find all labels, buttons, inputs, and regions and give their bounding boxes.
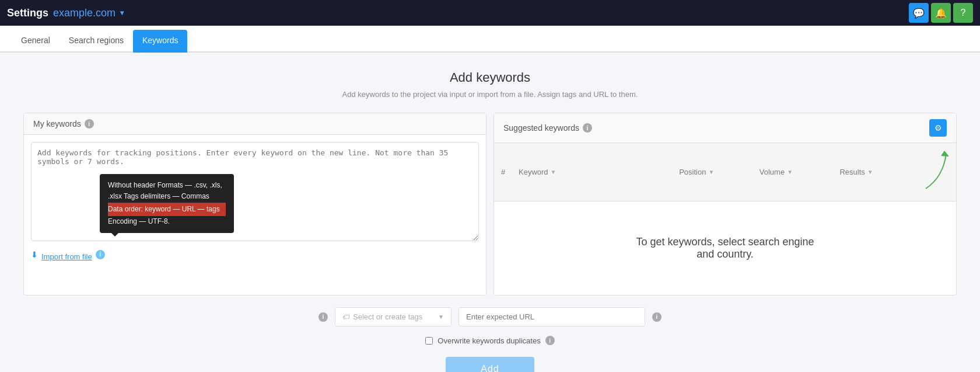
top-bar-icons: 💬 🔔 ? (909, 3, 973, 23)
tag-icon: 🏷 (342, 313, 349, 321)
col-results-label: Results ▼ (839, 168, 920, 176)
main-content: Add keywords Add keywords to the project… (0, 53, 980, 372)
my-keywords-header-left: My keywords i (33, 119, 94, 128)
overwrite-duplicates-checkbox[interactable] (425, 337, 433, 345)
bottom-controls: i 🏷 Select or create tags ▼ i (23, 307, 957, 326)
suggested-keywords-panel: Suggested keywords i ⚙ # Keyword ▼ Posit… (494, 113, 957, 295)
suggested-empty-message: To get keywords, select search engine an… (494, 201, 956, 295)
suggested-keywords-info-icon[interactable]: i (583, 123, 592, 133)
overwrite-duplicates-label: Overwrite keywords duplicates (438, 336, 540, 345)
tags-select-placeholder: Select or create tags (353, 312, 422, 321)
notifications-icon-button[interactable]: 🔔 (931, 3, 951, 23)
tab-keywords[interactable]: Keywords (133, 30, 187, 53)
my-keywords-info-icon[interactable]: i (85, 119, 94, 128)
import-tooltip: Without header Formats — .csv, .xls, .xl… (100, 174, 234, 233)
my-keywords-panel: My keywords i Without header Formats — .… (23, 113, 487, 295)
col-hash-label: # (501, 168, 519, 176)
col-keyword-label: Keyword ▼ (519, 168, 679, 176)
svg-marker-0 (941, 151, 949, 157)
domain-dropdown-arrow[interactable]: ▾ (120, 9, 124, 17)
my-keywords-title: My keywords (33, 119, 81, 128)
download-icon: ⬇ (31, 250, 38, 259)
domain-label[interactable]: example.com (53, 7, 116, 19)
help-icon-button[interactable]: ? (953, 3, 973, 23)
tooltip-line2: Data order: keyword — URL — tags (108, 203, 226, 216)
my-keywords-header: My keywords i (24, 113, 486, 135)
import-from-file-link[interactable]: Import from file (41, 252, 92, 261)
app-title: Settings example.com ▾ (7, 7, 124, 19)
suggested-keywords-title: Suggested keywords (503, 123, 579, 133)
tooltip-line1: Without header Formats — .csv, .xls, .xl… (108, 181, 222, 200)
col-position-label: Position ▼ (679, 168, 760, 176)
tags-dropdown-caret: ▼ (438, 314, 444, 320)
notifications-icon: 🔔 (935, 8, 947, 19)
nav-tabs-bar: General Search regions Keywords (0, 26, 980, 53)
results-sort-icon[interactable]: ▼ (867, 169, 873, 175)
keyword-sort-icon[interactable]: ▼ (551, 169, 556, 175)
help-icon: ? (961, 8, 966, 18)
tab-search-regions[interactable]: Search regions (60, 30, 133, 53)
top-bar: Settings example.com ▾ 💬 🔔 ? (0, 0, 980, 26)
volume-sort-icon[interactable]: ▼ (787, 169, 793, 175)
position-sort-icon[interactable]: ▼ (708, 169, 714, 175)
suggested-table-header: # Keyword ▼ Position ▼ Volume ▼ Results (494, 143, 956, 201)
import-info-icon[interactable]: i (96, 250, 105, 259)
page-title: Add keywords (23, 70, 957, 85)
suggested-keywords-header: Suggested keywords i ⚙ (494, 113, 956, 143)
curved-arrow-decoration (920, 148, 955, 194)
url-input[interactable] (459, 307, 645, 326)
my-keywords-body: Without header Formats — .csv, .xls, .xl… (24, 135, 486, 268)
bottom-info-icon-left[interactable]: i (318, 312, 328, 322)
col-volume-label: Volume ▼ (760, 168, 840, 176)
settings-label: Settings (7, 7, 48, 19)
suggested-panel-body: # Keyword ▼ Position ▼ Volume ▼ Results (494, 143, 956, 295)
chat-icon: 💬 (913, 8, 925, 19)
tags-select-dropdown[interactable]: 🏷 Select or create tags ▼ (335, 307, 452, 326)
add-button-row: Add (23, 357, 957, 372)
keywords-textarea[interactable] (31, 142, 479, 241)
bottom-info-icon-right[interactable]: i (652, 312, 662, 322)
tab-general[interactable]: General (12, 30, 60, 53)
overwrite-info-icon[interactable]: i (545, 336, 555, 345)
chat-icon-button[interactable]: 💬 (909, 3, 929, 23)
add-button[interactable]: Add (446, 357, 534, 372)
tooltip-line3: Encoding — UTF-8. (108, 217, 170, 225)
checkbox-row: Overwrite keywords duplicates i (23, 336, 957, 345)
settings-gear-button[interactable]: ⚙ (929, 119, 947, 137)
page-subtitle: Add keywords to the project via input or… (23, 90, 957, 99)
suggested-keywords-header-left: Suggested keywords i (503, 123, 592, 133)
panels-row: My keywords i Without header Formats — .… (23, 113, 957, 295)
